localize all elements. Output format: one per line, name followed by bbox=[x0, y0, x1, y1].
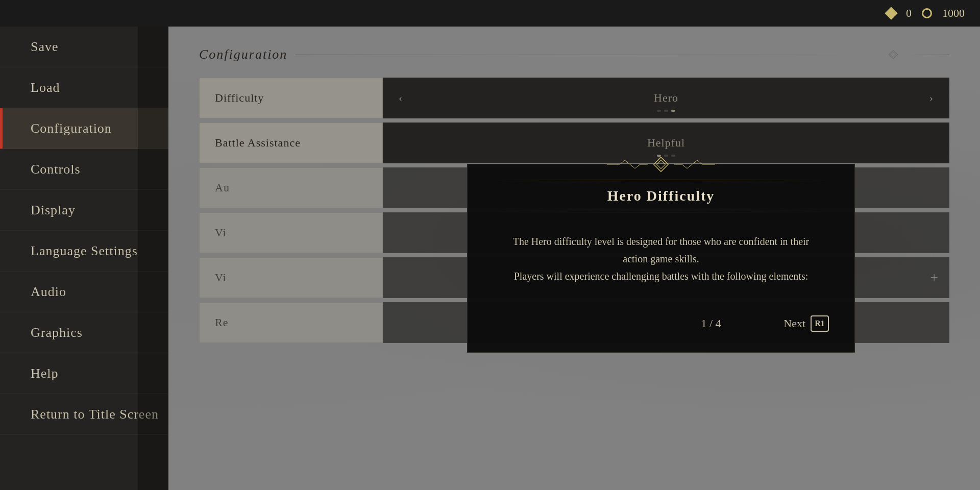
diamond-currency-icon bbox=[885, 7, 897, 19]
modal-deco-right bbox=[674, 159, 715, 169]
modal-page-total: 4 bbox=[716, 317, 721, 330]
currency1-value: 0 bbox=[906, 7, 912, 20]
sidebar-label-help: Help bbox=[31, 366, 59, 381]
modal-overlay: Hero Difficulty The Hero difficulty leve… bbox=[138, 6, 980, 490]
svg-rect-16 bbox=[657, 160, 666, 169]
svg-line-11 bbox=[625, 160, 630, 164]
modal-deco-left bbox=[607, 159, 648, 169]
main-content: Configuration Difficulty ‹ Hero › Battle… bbox=[168, 27, 980, 490]
sidebar-label-audio: Audio bbox=[31, 284, 66, 300]
modal-next-label: Next bbox=[783, 317, 805, 330]
r1-badge: R1 bbox=[811, 315, 829, 332]
modal-footer: 1 / 4 Next R1 bbox=[493, 315, 829, 332]
modal-title-line-top bbox=[493, 180, 829, 180]
sidebar-label-controls: Controls bbox=[31, 162, 81, 177]
top-bar: 0 1000 bbox=[0, 0, 980, 27]
sidebar-label-save: Save bbox=[31, 39, 59, 55]
modal-diamond-icon bbox=[652, 155, 670, 174]
modal-title-separator bbox=[493, 212, 829, 212]
svg-line-18 bbox=[682, 164, 687, 168]
svg-line-12 bbox=[630, 164, 635, 168]
sidebar-label-display: Display bbox=[31, 203, 76, 218]
svg-line-10 bbox=[620, 160, 625, 164]
modal-body-line1: The Hero difficulty level is designed fo… bbox=[513, 236, 810, 264]
modal-header-decoration bbox=[607, 155, 715, 174]
modal-page-separator: / bbox=[709, 317, 716, 330]
modal-next-button[interactable]: Next R1 bbox=[783, 315, 829, 332]
svg-line-19 bbox=[687, 164, 692, 168]
svg-line-21 bbox=[697, 160, 702, 164]
currency2-value: 1000 bbox=[942, 7, 965, 20]
sidebar-label-graphics: Graphics bbox=[31, 325, 83, 340]
sidebar-label-configuration: Configuration bbox=[31, 121, 112, 136]
modal-page-current: 1 bbox=[701, 317, 706, 330]
svg-line-13 bbox=[635, 164, 640, 168]
sidebar-label-load: Load bbox=[31, 80, 60, 95]
svg-rect-15 bbox=[654, 157, 668, 172]
hero-difficulty-modal: Hero Difficulty The Hero difficulty leve… bbox=[467, 164, 855, 353]
modal-title: Hero Difficulty bbox=[493, 188, 829, 204]
sidebar-label-language-settings: Language Settings bbox=[31, 243, 138, 259]
svg-line-20 bbox=[692, 160, 697, 164]
circle-currency-icon bbox=[922, 8, 932, 18]
modal-body-line2: Players will experience challenging batt… bbox=[514, 271, 808, 282]
modal-body: The Hero difficulty level is designed fo… bbox=[493, 233, 829, 285]
modal-page-indicator: 1 / 4 bbox=[639, 317, 784, 330]
